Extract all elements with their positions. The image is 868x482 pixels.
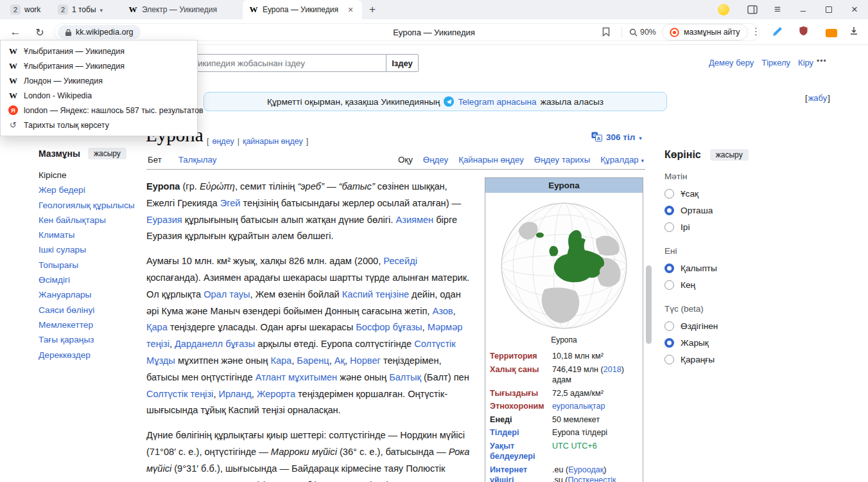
read-aloud-button[interactable]: мазмұнын айту bbox=[662, 24, 748, 40]
window-close-button[interactable] bbox=[845, 0, 864, 19]
adblock-shield-icon[interactable] bbox=[799, 26, 808, 39]
toc-item[interactable]: Топырағы bbox=[39, 258, 148, 272]
user-link[interactable]: Демеу беру bbox=[709, 58, 754, 67]
extension-icon[interactable] bbox=[826, 29, 837, 37]
toc-item[interactable]: Дереккөздер bbox=[39, 348, 148, 362]
new-tab-button[interactable] bbox=[365, 2, 380, 17]
radio-icon[interactable] bbox=[664, 222, 674, 232]
inline-link[interactable]: Жерорта bbox=[257, 389, 295, 399]
yandex-plus-icon[interactable] bbox=[718, 4, 729, 15]
tab-edit-source[interactable]: Қайнарын өңдеу bbox=[458, 155, 524, 165]
appearance-hide-button[interactable]: жасыру bbox=[710, 149, 749, 161]
toc-item[interactable]: Кен байлықтары bbox=[39, 213, 148, 228]
toc-item[interactable]: Жер бедері bbox=[39, 183, 148, 197]
suggestion-item[interactable]: Лондон — Уикипедия bbox=[1, 73, 197, 88]
inline-link[interactable]: Ақ bbox=[334, 355, 345, 366]
radio-option[interactable]: Жарық bbox=[664, 334, 777, 351]
edit-source-link[interactable]: қайнарын өңдеу bbox=[243, 137, 303, 146]
toc-item[interactable]: Мемлекеттер bbox=[39, 317, 148, 332]
radio-icon[interactable] bbox=[664, 355, 674, 364]
toc-item[interactable]: Өсімдігі bbox=[39, 272, 148, 287]
inline-link[interactable]: Қара bbox=[146, 322, 168, 332]
suggestion-item[interactable]: london — Яндекс: нашлось 587 тыс. резуль… bbox=[1, 103, 197, 118]
back-button[interactable] bbox=[8, 24, 23, 40]
wiki-search-input[interactable] bbox=[170, 54, 386, 72]
toc-item[interactable]: Тағы қараңыз bbox=[39, 332, 148, 347]
user-link[interactable]: Тіркелу bbox=[761, 58, 790, 67]
suggestion-item[interactable]: Ұлыбритания — Уикипедия bbox=[1, 58, 197, 73]
suggestion-item[interactable]: London - Wikipedia bbox=[1, 88, 197, 103]
toc-item[interactable]: Ішкі сулары bbox=[39, 242, 148, 257]
radio-icon[interactable] bbox=[664, 321, 674, 331]
inline-link[interactable]: UTC bbox=[552, 442, 569, 451]
tab-group-work[interactable]: 2 work bbox=[5, 3, 46, 17]
inline-link[interactable]: Атлант мұхитымен bbox=[256, 372, 337, 382]
inline-link[interactable]: еуропалықтар bbox=[552, 402, 605, 411]
browser-tab-europa-active[interactable]: Еуропа — Уикипедия bbox=[243, 0, 362, 19]
radio-icon[interactable] bbox=[664, 206, 674, 215]
banner-telegram-link[interactable]: Telegram арнасына bbox=[458, 97, 536, 107]
reload-button[interactable] bbox=[32, 24, 48, 40]
radio-option[interactable]: Ірі bbox=[664, 219, 777, 235]
inline-link[interactable]: 2018 bbox=[603, 365, 621, 374]
scrollbar-thumb[interactable] bbox=[646, 265, 652, 344]
edit-link[interactable]: өңдеу bbox=[212, 137, 234, 146]
window-restore-button[interactable] bbox=[819, 0, 838, 19]
inline-link[interactable]: Ресейді bbox=[383, 256, 417, 266]
zoom-indicator[interactable]: 90% bbox=[629, 28, 656, 37]
tab-group-1toby[interactable]: 2 1 тобы bbox=[53, 3, 108, 17]
tab-tools[interactable]: Құралдар bbox=[600, 155, 644, 165]
downloads-icon[interactable] bbox=[849, 26, 859, 39]
inline-link[interactable]: Каспий теңізіне bbox=[342, 289, 409, 299]
edit-pencil-extension-icon[interactable] bbox=[772, 26, 783, 40]
radio-icon[interactable] bbox=[664, 263, 674, 273]
inline-link[interactable]: Посткеңестік bbox=[568, 476, 616, 482]
inline-link[interactable]: Босфор бұғазы bbox=[356, 322, 422, 332]
toc-item[interactable]: Геологиялық құрылысы bbox=[39, 198, 148, 213]
more-options-icon[interactable] bbox=[751, 26, 761, 37]
tab-page[interactable]: Бет bbox=[148, 155, 162, 165]
toc-item[interactable]: Кіріспе bbox=[39, 168, 148, 183]
inline-link[interactable]: Орал тауы bbox=[204, 289, 250, 299]
inline-link[interactable]: Солтүстік теңізі bbox=[146, 389, 213, 399]
banner-close-link[interactable]: жабу bbox=[808, 93, 828, 103]
inline-link[interactable]: UTC+6 bbox=[571, 442, 596, 451]
radio-option[interactable]: Қараңғы bbox=[664, 351, 777, 368]
radio-icon[interactable] bbox=[664, 189, 674, 199]
inline-link[interactable]: Ирланд bbox=[218, 389, 251, 399]
radio-icon[interactable] bbox=[664, 280, 674, 290]
tab-edit[interactable]: Өңдеу bbox=[423, 155, 448, 165]
tab-close-icon[interactable] bbox=[345, 4, 356, 15]
bookmark-icon[interactable] bbox=[602, 27, 610, 39]
inline-link[interactable]: Дарданелл бұғазы bbox=[175, 339, 255, 349]
inline-link[interactable]: Кара bbox=[270, 355, 291, 366]
inline-link[interactable]: Баренц bbox=[297, 355, 329, 366]
banner-close-button[interactable]: [жабу] bbox=[805, 93, 830, 103]
inline-link[interactable]: Еуразия bbox=[146, 215, 182, 225]
user-menu-ellipsis[interactable]: ••• bbox=[817, 57, 827, 66]
toc-item[interactable]: Саяси бөлінуі bbox=[39, 303, 148, 317]
radio-option[interactable]: Қалыпты bbox=[664, 260, 777, 276]
tab-history[interactable]: Өңдеу тарихы bbox=[534, 155, 590, 165]
europe-globe-map[interactable] bbox=[485, 193, 643, 335]
inline-link[interactable]: Эгей bbox=[220, 198, 241, 208]
toc-hide-button[interactable]: жасыру bbox=[88, 148, 126, 159]
inline-link[interactable]: Балтық bbox=[389, 372, 421, 382]
radio-icon[interactable] bbox=[664, 338, 674, 348]
radio-option[interactable]: Ұсақ bbox=[664, 185, 777, 202]
suggestion-item[interactable]: Тарихты толық көрсету bbox=[1, 118, 197, 132]
inline-link[interactable]: Азов bbox=[432, 306, 453, 316]
language-selector[interactable]: Ә A 306 тіл bbox=[591, 132, 642, 142]
radio-option[interactable]: Кең bbox=[664, 276, 777, 293]
radio-option[interactable]: Орташа bbox=[664, 202, 777, 219]
suggestion-item[interactable]: Ұлыбритания — Уикипедия bbox=[1, 44, 197, 58]
tab-read[interactable]: Оқу bbox=[398, 155, 413, 165]
inline-link[interactable]: Еуроодақ bbox=[568, 465, 603, 474]
browser-menu-icon[interactable] bbox=[768, 0, 787, 19]
inline-link[interactable]: Азиямен bbox=[395, 215, 433, 225]
window-minimize-button[interactable] bbox=[794, 0, 813, 19]
radio-option[interactable]: Өздігінен bbox=[664, 317, 777, 334]
browser-tab-electr[interactable]: Электр — Уикипедия bbox=[122, 0, 241, 19]
wiki-search-button[interactable]: Іздеу bbox=[386, 54, 419, 72]
toc-item[interactable]: Жануарлары bbox=[39, 287, 148, 302]
